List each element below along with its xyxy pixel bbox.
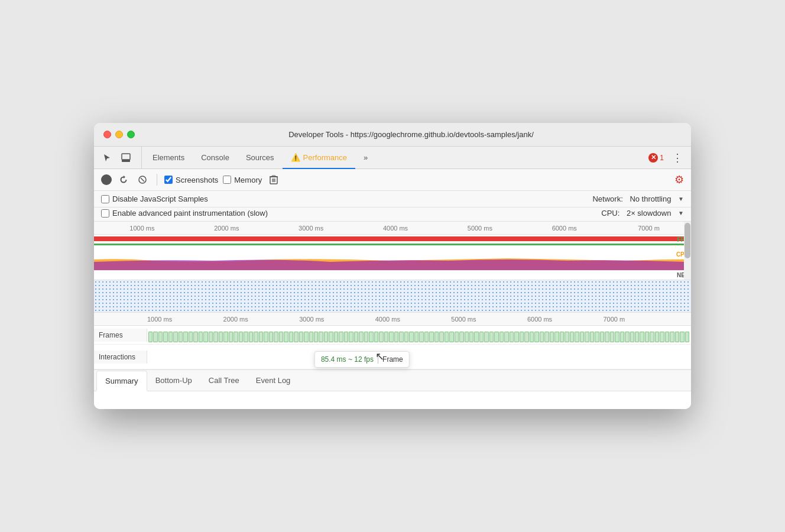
cursor-icon[interactable]	[99, 150, 115, 166]
frame-block	[610, 332, 614, 342]
frame-block	[223, 332, 228, 342]
main-time-4000: 4000 ms	[375, 316, 452, 323]
reload-button[interactable]	[116, 173, 131, 187]
frames-track-row: Frames	[94, 326, 691, 345]
frame-block	[389, 332, 393, 342]
frame-block	[344, 332, 348, 342]
memory-checkbox[interactable]	[223, 176, 231, 184]
trash-button[interactable]	[267, 173, 281, 187]
frame-block	[489, 332, 494, 342]
advanced-paint-label[interactable]: Enable advanced paint instrumentation (s…	[101, 209, 268, 218]
frame-block	[304, 332, 308, 342]
settings-button[interactable]: ⚙	[674, 173, 684, 186]
frame-block	[319, 332, 323, 342]
frame-block	[424, 332, 429, 342]
frame-block	[279, 332, 283, 342]
tab-call-tree[interactable]: Call Tree	[200, 371, 248, 391]
frame-block	[193, 332, 197, 342]
frame-block	[560, 332, 564, 342]
tab-more[interactable]: »	[355, 147, 376, 169]
frame-block	[580, 332, 584, 342]
advanced-paint-checkbox[interactable]	[101, 209, 109, 218]
options-toolbar2: Enable advanced paint instrumentation (s…	[94, 207, 691, 222]
record-button[interactable]	[101, 174, 112, 185]
tab-elements[interactable]: Elements	[144, 147, 193, 169]
frames-label: Frames	[94, 329, 147, 342]
clear-button[interactable]	[135, 173, 150, 187]
frame-block	[615, 332, 619, 342]
more-options-button[interactable]: ⋮	[669, 151, 686, 164]
screenshots-area	[94, 280, 691, 313]
frame-block	[685, 332, 689, 342]
tab-summary[interactable]: Summary	[96, 371, 147, 391]
main-time-1000: 1000 ms	[147, 316, 223, 323]
frame-block	[394, 332, 398, 342]
frame-block	[379, 332, 383, 342]
screenshots-checkbox[interactable]	[164, 176, 173, 184]
frame-block	[404, 332, 408, 342]
tab-console[interactable]: Console	[193, 147, 238, 169]
frame-block	[455, 332, 459, 342]
frame-block	[289, 332, 293, 342]
cpu-dropdown-arrow: ▼	[678, 210, 684, 216]
scrollbar-thumb[interactable]	[685, 223, 690, 258]
close-button[interactable]	[103, 131, 111, 138]
tab-bar: Elements Console Sources ⚠️ Performance …	[94, 147, 691, 169]
maximize-button[interactable]	[127, 131, 135, 138]
network-throttle-select[interactable]: Network: No throttling ▼	[592, 194, 684, 203]
disable-js-checkbox[interactable]	[101, 195, 109, 203]
time-marker-4000: 4000 ms	[353, 225, 438, 232]
timeline-overview[interactable]: 1000 ms 2000 ms 3000 ms 4000 ms 5000 ms …	[94, 222, 691, 280]
frame-block	[474, 332, 478, 342]
frame-block	[419, 332, 423, 342]
tab-right-area: ✕ 1 ⋮	[648, 147, 686, 168]
frames-content	[147, 327, 691, 343]
frame-block	[153, 332, 157, 342]
screenshots-checkbox-label[interactable]: Screenshots	[164, 176, 218, 184]
content-area	[94, 391, 691, 409]
toolbar2-right: Network: No throttling ▼	[592, 194, 684, 203]
frame-block	[354, 332, 358, 342]
frame-block	[469, 332, 473, 342]
frame-block	[600, 332, 604, 342]
frame-block	[540, 332, 544, 342]
time-marker-1000: 1000 ms	[100, 225, 184, 232]
frame-block	[670, 332, 674, 342]
disable-js-label[interactable]: Disable JavaScript Samples	[101, 194, 208, 203]
frame-block	[233, 332, 238, 342]
tab-event-log[interactable]: Event Log	[248, 371, 299, 391]
overview-scrollbar[interactable]	[684, 222, 691, 280]
frame-block	[213, 332, 218, 342]
frame-block	[209, 332, 213, 342]
main-time-2000: 2000 ms	[223, 316, 300, 323]
frame-block	[264, 332, 268, 342]
frame-block	[359, 332, 363, 342]
main-time-5000: 5000 ms	[451, 316, 527, 323]
frame-block	[459, 332, 463, 342]
frame-block	[534, 332, 539, 342]
frame-block	[660, 332, 664, 342]
net-track: NET	[94, 270, 691, 280]
tab-sources[interactable]: Sources	[238, 147, 283, 169]
frame-block	[299, 332, 303, 342]
memory-checkbox-label[interactable]: Memory	[223, 176, 262, 184]
tab-bottom-up[interactable]: Bottom-Up	[147, 371, 200, 391]
svg-rect-1	[122, 160, 130, 162]
interactions-track-row: Interactions ↖ 85.4 ms ~ 12 fps | Frame	[94, 345, 691, 369]
frame-block	[484, 332, 488, 342]
dock-icon[interactable]	[118, 150, 134, 166]
cpu-throttle-select[interactable]: CPU: 2× slowdown ▼	[601, 209, 684, 218]
frame-block	[520, 332, 524, 342]
frame-block	[554, 332, 559, 342]
error-icon: ✕	[648, 153, 658, 163]
minimize-button[interactable]	[115, 131, 123, 138]
frame-block	[465, 332, 469, 342]
frame-block	[429, 332, 433, 342]
main-time-3000: 3000 ms	[299, 316, 375, 323]
frame-block	[364, 332, 368, 342]
title-bar: Developer Tools - https://googlechrome.g…	[94, 123, 691, 147]
frame-block	[254, 332, 258, 342]
tab-performance[interactable]: ⚠️ Performance	[283, 147, 355, 169]
fps-track: FPS	[94, 235, 691, 248]
error-badge: ✕ 1	[648, 153, 664, 163]
